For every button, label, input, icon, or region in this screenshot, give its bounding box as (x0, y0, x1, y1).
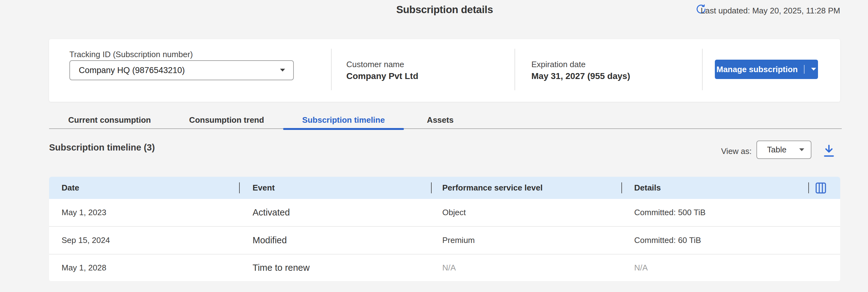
customer-name-label: Customer name (346, 60, 404, 69)
manage-subscription-button[interactable]: Manage subscription (715, 60, 818, 79)
card-divider (515, 49, 515, 90)
tracking-id-label: Tracking ID (Subscription number) (69, 50, 193, 59)
cell-details: N/A (634, 255, 648, 281)
tracking-id-selected-value: Company HQ (9876543210) (70, 66, 279, 75)
tab-bar: Current consumption Consumption trend Su… (49, 111, 842, 129)
card-divider (331, 49, 332, 90)
manage-subscription-label: Manage subscription (716, 65, 798, 74)
expiration-date-value: May 31, 2027 (955 days) (531, 71, 630, 81)
subscription-timeline-table: Date Event Performance service level Det… (49, 177, 840, 281)
timeline-section-heading: Subscription timeline (3) (49, 142, 155, 153)
tab-consumption-trend[interactable]: Consumption trend (170, 111, 283, 129)
expiration-date-label: Expiration date (531, 60, 585, 69)
column-header-event[interactable]: Event (253, 177, 275, 199)
customer-name-value: Company Pvt Ltd (346, 71, 418, 81)
cell-details: Committed: 500 TiB (634, 199, 706, 226)
subscription-summary-card: Tracking ID (Subscription number) Compan… (49, 39, 840, 102)
cell-event: Time to renew (253, 255, 310, 281)
cell-event: Modified (253, 227, 287, 254)
column-header-performance-service-level[interactable]: Performance service level (442, 177, 542, 199)
column-divider[interactable] (431, 183, 432, 193)
column-header-details[interactable]: Details (634, 177, 661, 199)
table-header-row: Date Event Performance service level Det… (49, 177, 840, 199)
button-separator (804, 65, 805, 74)
cell-date: May 1, 2028 (62, 255, 106, 281)
view-as-selected-value: Table (757, 145, 799, 155)
chevron-down-icon[interactable] (811, 67, 816, 72)
column-settings-button[interactable] (814, 181, 827, 195)
table-row[interactable]: May 1, 2023 Activated Object Committed: … (49, 199, 840, 227)
table-row[interactable]: Sep 15, 2024 Modified Premium Committed:… (49, 227, 840, 255)
table-row[interactable]: May 1, 2028 Time to renew N/A N/A (49, 255, 840, 281)
cell-performance-service-level: Object (442, 199, 466, 226)
view-as-label: View as: (721, 147, 752, 156)
chevron-down-icon (279, 67, 286, 73)
column-divider[interactable] (621, 183, 622, 193)
chevron-down-icon (799, 147, 805, 153)
cell-performance-service-level: N/A (442, 255, 456, 281)
download-button[interactable] (822, 143, 836, 159)
cell-details: Committed: 60 TiB (634, 227, 701, 254)
last-updated-text: Last updated: May 20, 2025, 11:28 PM (701, 6, 840, 15)
tab-subscription-timeline[interactable]: Subscription timeline (283, 111, 404, 129)
cell-event: Activated (253, 199, 290, 226)
columns-icon (814, 191, 827, 196)
tracking-id-select[interactable]: Company HQ (9876543210) (69, 60, 294, 80)
tab-assets[interactable]: Assets (404, 111, 477, 129)
cell-date: May 1, 2023 (62, 199, 106, 226)
column-divider[interactable] (239, 183, 240, 193)
card-divider (702, 49, 703, 90)
view-as-select[interactable]: Table (756, 140, 811, 159)
column-header-date[interactable]: Date (62, 177, 79, 199)
download-icon (822, 155, 836, 160)
cell-date: Sep 15, 2024 (62, 227, 110, 254)
tab-current-consumption[interactable]: Current consumption (49, 111, 170, 129)
column-divider (808, 183, 809, 193)
cell-performance-service-level: Premium (442, 227, 475, 254)
